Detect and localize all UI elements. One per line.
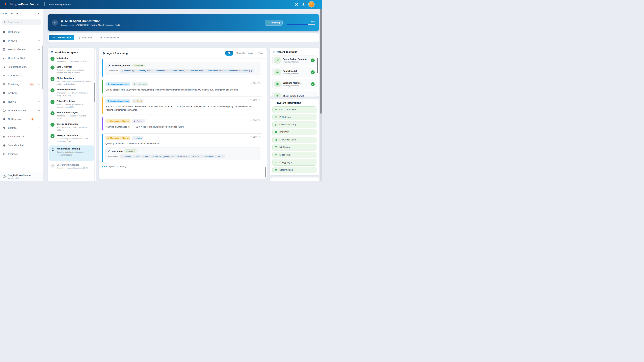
user-avatar[interactable]: D [308,1,314,7]
event-type-badge: Thought [132,119,145,123]
leaf-icon [274,57,280,63]
sidebar-search[interactable] [2,19,41,25]
add-button[interactable] [294,2,298,6]
reasoning-event: Safety & Compliance Observation 09:31:04… [102,80,263,94]
agent-badge: Safety & Compliance [106,82,130,86]
step-desc: Checking regulatory compliance and safet… [56,137,92,143]
sidebar-item-grid-resistors[interactable]: Grid Resistors [0,71,43,80]
sidebar-item-products[interactable]: Products [0,36,43,45]
workflow-step-pending: 10 Cost-Benefit Analysis Calculating fin… [50,164,93,169]
notifications-count-badge: 4 [30,118,34,120]
chevron-down-icon [38,48,40,51]
sidebar-scrollbar[interactable] [42,45,42,89]
sidebar-item-settings[interactable]: Settings [0,123,43,132]
tool-call-item[interactable]: Check Safety Compli [272,91,316,96]
sidebar-item-dashboard[interactable]: Dashboard [0,28,43,36]
sidebar-item-label: Reports [8,100,36,103]
resistor-plug-icon [3,74,6,77]
app-version: Version 1.0.0 [8,177,30,179]
step-desc: Analyzing energy efficiency and carbon f… [56,126,92,131]
tab-timeline-view[interactable]: Timeline View [49,35,74,40]
progress-percent: 74% [287,20,315,23]
dashboard-grid-icon [3,30,6,33]
integration-digital-twin: Digital Twin [272,152,316,158]
sidebar-item-temperature-control[interactable]: Temperature Con... [0,62,43,71]
sidebar-item-smartconfig-ai[interactable]: SmartConfig AI [0,132,43,141]
search-input[interactable] [8,21,39,23]
brand-subtitle: Smart Heating Platform [49,3,71,6]
wrench-icon [100,36,102,39]
step-desc: Calculating financial impact and ROI [56,167,88,169]
sidebar-item-monitoring[interactable]: Monitoring 12 [0,80,43,89]
workflow-step: Anomaly Detection Analyzing sensor data … [50,88,93,97]
engineer-icon [3,152,6,156]
sidebar-item-smartguard-ai[interactable]: SmartGuard AI [0,141,43,150]
info-icon [3,175,6,178]
sidebar-item-documents-kb[interactable]: Documents & KB [0,106,43,115]
tab-label: Flow View [82,36,92,39]
step-title: Failure Prediction [56,100,92,102]
agent-name: Maintenance Planner [110,137,129,139]
agent-name: Safety & Compliance [110,100,129,102]
sidebar-item-heat-trace-systems[interactable]: Heat Trace Syste... [0,54,43,62]
integration-opc-ua-sensors: OPC-UA Sensors [272,106,316,113]
filter-thoughts[interactable]: Thoughts [236,52,245,54]
tool-call-agent: by Energy Optimizer [282,73,299,75]
tool-call-name: Check Safety Compli [282,95,304,96]
tool-call-item[interactable]: Run Ml Model by Energy Optimizer [272,67,316,77]
event-type-badge: Observation [132,82,148,86]
reasoning-event: Generating safety recommendations... cal… [102,59,263,77]
sidebar-footer: Nexgile-PowerNeuron Version 1.0.0 [0,172,43,181]
notifications-bell-icon[interactable] [302,3,305,6]
filter-actions[interactable]: Actions [248,52,255,54]
activity-icon [52,36,55,39]
panel-title: Agent Reasoning [107,52,128,55]
check-circle-icon [311,82,314,86]
tool-call-item[interactable]: Query Carbon Footprint by Energy Optimiz… [272,55,316,65]
step-desc: Predicting equipment failures and remain… [56,103,92,108]
filter-tools[interactable]: Tools [258,52,263,54]
event-text: Querying production schedule for mainten… [106,142,260,145]
page-scrollbar[interactable] [320,0,322,114]
system-integrations-panel: System Integrations OPC-UA Sensors PI Hi… [270,99,319,175]
integrations-icon [272,101,276,104]
agent-badge: Safety & Compliance [106,99,130,103]
workflow-scrollbar[interactable] [94,83,95,102]
tab-flow-view[interactable]: Flow View [75,35,95,40]
sidebar-item-engineai[interactable]: EngineAI [0,150,43,158]
back-button[interactable] [52,19,58,26]
event-timestamp: 09:31:05 PM [250,99,260,101]
reasoning-scrollbar[interactable] [265,167,266,177]
workflow-step: Initialization Validating input and init… [50,57,93,63]
sidebar-item-label: Settings [8,126,36,129]
tab-tool-invocations[interactable]: Tool Invocations [96,35,122,40]
technician-icon [274,123,278,126]
integration-label: Knowledge Base [280,138,296,141]
integration-sap-erp: SAP ERP [272,129,316,135]
event-text: Planning maintenance for HTR-023. Need t… [106,125,260,129]
event-text: Generating safety recommendations... [106,59,260,60]
step-title: Cost-Benefit Analysis [56,164,88,166]
event-text: Safety assessment complete. Recommend im… [106,105,260,112]
filter-all[interactable]: All [226,51,233,56]
chevron-down-icon [38,100,40,103]
page-title: Multi-Agent Orchestration [65,19,100,23]
sidebar-item-reports[interactable]: Reports [0,97,43,106]
page-header: Multi-Agent Orchestration Session: sessi… [48,14,319,31]
step-desc: Validating input and initializing agents [56,60,88,63]
status-label: Running [270,21,280,24]
workflow-step: Failure Prediction Predicting equipment … [50,100,93,108]
chevron-down-icon [38,92,40,94]
sidebar-collapse-button[interactable] [38,12,40,15]
box-icon [274,131,278,134]
play-icon [134,137,136,139]
shield-icon [107,100,109,102]
sidebar-item-heating-elements[interactable]: Heating Elements [0,45,43,54]
sidebar-item-notifications[interactable]: Notifications 4 [0,115,43,123]
tool-status-badge: completed [132,64,145,67]
reasoning-filters: All Thoughts Actions Tools [226,51,263,56]
wrench-icon [108,64,110,67]
sidebar-item-analytics[interactable]: Analytics [0,89,43,97]
tool-calls-scrollbar[interactable] [317,58,318,73]
tool-call-item[interactable]: Calculate Metrics by Energy Optimizer [272,79,316,89]
